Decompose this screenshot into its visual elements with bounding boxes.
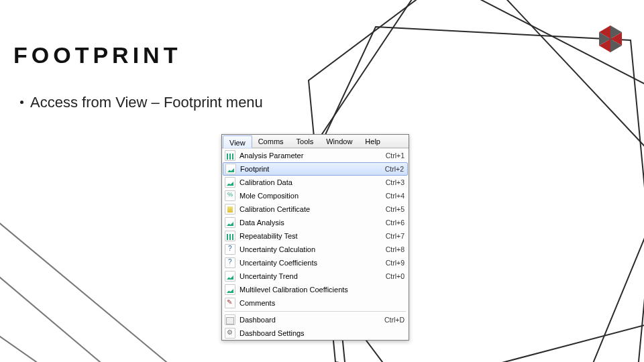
chart-icon: [225, 271, 235, 282]
menu-item-label: Dashboard: [239, 316, 380, 324]
menu-item-comments[interactable]: Comments: [222, 296, 409, 310]
qmark-icon: [225, 257, 235, 268]
chart-icon: [225, 284, 235, 295]
menu-item-label: Repeatability Test: [239, 232, 382, 240]
qmark-icon: [225, 244, 235, 255]
menu-item-label: Dashboard Settings: [239, 329, 400, 337]
menu-item-uncertainty-trend[interactable]: Uncertainty TrendCtrl+0: [222, 269, 409, 283]
menu-item-calibration-data[interactable]: Calibration DataCtrl+3: [222, 176, 409, 189]
menu-item-label: Mole Composition: [239, 192, 382, 200]
percent-icon: [225, 190, 235, 201]
menu-item-repeatability-test[interactable]: Repeatability TestCtrl+7: [222, 229, 409, 243]
menu-item-shortcut: Ctrl+3: [386, 178, 405, 186]
menu-item-label: Calibration Certificate: [239, 205, 382, 213]
menu-item-dashboard[interactable]: DashboardCtrl+D: [222, 313, 409, 326]
menu-item-shortcut: Ctrl+1: [386, 152, 405, 160]
menu-item-shortcut: Ctrl+9: [386, 259, 405, 267]
bullet-text: Access from View – Footprint menu: [30, 94, 263, 111]
comm-icon: [225, 298, 235, 308]
chart-icon: [225, 217, 235, 228]
menu-item-label: Uncertainty Trend: [239, 272, 382, 280]
menu-item-label: Calibration Data: [239, 178, 382, 186]
menu-item-calibration-certificate[interactable]: Calibration CertificateCtrl+5: [222, 202, 409, 216]
menu-item-label: Analysis Parameter: [239, 152, 382, 160]
menu-item-label: Footprint: [240, 165, 381, 173]
menu-item-shortcut: Ctrl+0: [386, 272, 405, 280]
bullet-dot-icon: [20, 101, 23, 104]
cert-icon: [225, 204, 235, 215]
menu-item-shortcut: Ctrl+5: [386, 205, 405, 213]
brand-logo-icon: [590, 20, 631, 60]
gear-icon: [225, 328, 235, 339]
menu-item-uncertainty-coefficients[interactable]: Uncertainty CoefficientsCtrl+9: [222, 256, 409, 269]
menu-item-label: Uncertainty Calculation: [239, 245, 382, 253]
menu-item-dashboard-settings[interactable]: Dashboard Settings: [222, 326, 409, 340]
menubar: ViewCommsToolsWindowHelp: [222, 135, 409, 148]
menu-item-analysis-parameter[interactable]: Analysis ParameterCtrl+1: [222, 149, 409, 162]
menu-item-shortcut: Ctrl+D: [384, 316, 405, 324]
bullet-item: Access from View – Footprint menu: [20, 94, 263, 111]
chart-icon: [225, 164, 236, 174]
menu-item-label: Uncertainty Coefficients: [239, 259, 382, 267]
menubar-item-view[interactable]: View: [223, 135, 252, 148]
menu-item-mole-composition[interactable]: Mole CompositionCtrl+4: [222, 189, 409, 202]
menubar-item-window[interactable]: Window: [320, 135, 359, 147]
view-menu-window: ViewCommsToolsWindowHelp Analysis Parame…: [221, 134, 409, 341]
menu-item-data-analysis[interactable]: Data AnalysisCtrl+6: [222, 216, 409, 229]
menu-item-shortcut: Ctrl+6: [386, 219, 405, 227]
menu-item-label: Data Analysis: [239, 219, 382, 227]
menu-item-shortcut: Ctrl+7: [386, 232, 405, 240]
menubar-item-tools[interactable]: Tools: [290, 135, 321, 147]
menu-item-footprint[interactable]: FootprintCtrl+2: [223, 162, 408, 176]
slide-title: Footprint: [13, 42, 181, 68]
menu-item-shortcut: Ctrl+4: [386, 192, 405, 200]
menu-item-uncertainty-calculation[interactable]: Uncertainty CalculationCtrl+8: [222, 243, 409, 256]
menu-separator: [225, 311, 406, 312]
dash-icon: [225, 314, 235, 325]
bars-icon: [225, 150, 235, 161]
menubar-item-comms[interactable]: Comms: [252, 135, 290, 147]
menu-item-multilevel-calibration-coefficients[interactable]: Multilevel Calibration Coefficients: [222, 283, 409, 296]
menu-item-label: Comments: [239, 299, 400, 307]
menu-item-shortcut: Ctrl+8: [386, 245, 405, 253]
chart-icon: [225, 177, 235, 188]
view-menu-dropdown: Analysis ParameterCtrl+1FootprintCtrl+2C…: [222, 148, 409, 340]
menu-item-label: Multilevel Calibration Coefficients: [239, 286, 400, 294]
bars-icon: [225, 231, 235, 241]
menu-item-shortcut: Ctrl+2: [385, 165, 404, 173]
menubar-item-help[interactable]: Help: [359, 135, 387, 147]
